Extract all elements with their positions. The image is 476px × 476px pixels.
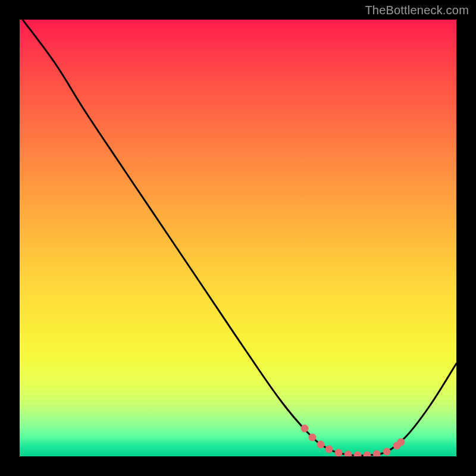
highlight-dot (325, 446, 333, 453)
highlight-dot (373, 450, 381, 457)
highlight-dot (383, 448, 391, 456)
watermark-text: TheBottleneck.com (365, 4, 469, 17)
chart-svg (20, 20, 456, 456)
highlight-dot (364, 452, 371, 457)
plot-area (20, 20, 456, 456)
highlight-dot (301, 425, 309, 433)
highlight-dot (397, 439, 405, 446)
highlight-dot (345, 451, 352, 457)
highlight-dot (335, 449, 343, 457)
chart-frame: TheBottleneck.com (0, 0, 476, 476)
highlight-dot (354, 452, 362, 457)
highlight-dot (309, 434, 317, 441)
highlight-dot (317, 441, 325, 449)
bottleneck-curve-path (23, 20, 456, 456)
